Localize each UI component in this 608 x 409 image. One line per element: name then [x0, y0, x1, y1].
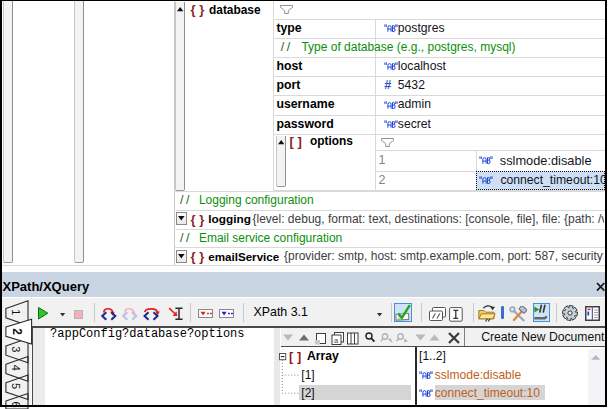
svg-text:1: 1 [10, 309, 22, 315]
svg-text:2: 2 [10, 328, 24, 335]
